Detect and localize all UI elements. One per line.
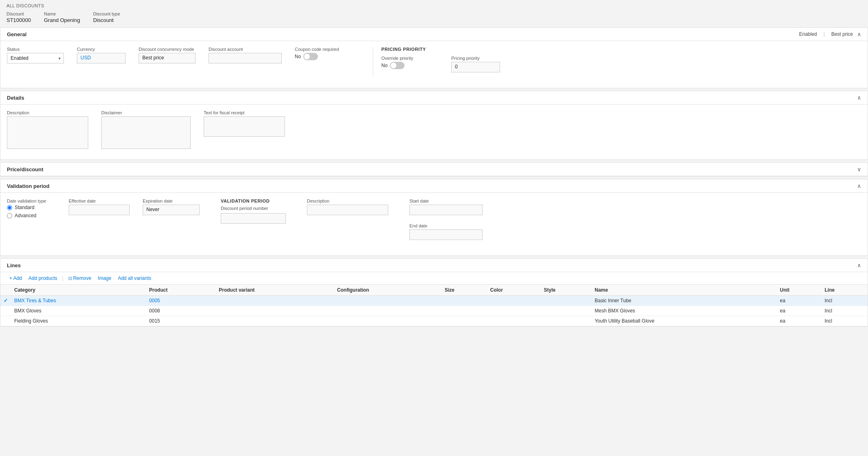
pricing-priority-number-value[interactable]: 0 <box>451 62 500 72</box>
general-best-price-badge: Best price <box>831 31 853 37</box>
details-collapse-icon[interactable]: ∧ <box>857 94 861 101</box>
radio-advanced-input[interactable] <box>7 213 12 218</box>
row-cell-product[interactable]: 0008 <box>146 306 215 316</box>
row-cell-size <box>442 296 487 306</box>
currency-group: Currency USD <box>77 47 126 63</box>
coupon-toggle-switch[interactable] <box>303 53 318 60</box>
lines-collapse-icon[interactable]: ∧ <box>857 262 861 268</box>
col-header-name: Name <box>592 285 777 296</box>
row-cell-line: Incl <box>821 316 868 326</box>
start-end-dates-group: Start date End date <box>409 199 483 245</box>
table-row[interactable]: BMX Gloves0008Mesh BMX GloveseaIncl <box>0 306 868 316</box>
col-header-size: Size <box>442 285 487 296</box>
price-discount-section-title: Price/discount <box>7 166 44 172</box>
row-cell-line: Incl <box>821 306 868 316</box>
details-section-header: Details ∧ <box>0 91 868 105</box>
page-wrapper: ALL DISCOUNTS Discount ST100000 Name Gra… <box>0 0 868 456</box>
row-cell-color <box>487 316 540 326</box>
remove-icon: ⊡ <box>68 276 72 281</box>
row-checkbox-cell[interactable] <box>0 316 11 326</box>
override-priority-group: Override priority No <box>381 56 430 69</box>
discount-field: Discount ST100000 <box>7 11 31 23</box>
remove-label: Remove <box>73 275 91 281</box>
row-cell-category[interactable]: Fielding Gloves <box>11 316 146 326</box>
start-date-label: Start date <box>409 199 483 203</box>
col-header-line: Line <box>821 285 868 296</box>
discount-period-number-value[interactable] <box>221 213 286 224</box>
start-date-group: Start date <box>409 199 483 215</box>
general-header-right: Enabled | Best price ∧ <box>799 31 861 37</box>
lines-toolbar: + Add Add products | ⊡ Remove Image Add … <box>0 272 868 285</box>
row-checkbox-cell[interactable] <box>0 306 11 316</box>
radio-advanced[interactable]: Advanced <box>7 213 56 218</box>
table-row[interactable]: Fielding Gloves0015Youth Utility Basebal… <box>0 316 868 326</box>
col-header-configuration: Configuration <box>334 285 442 296</box>
validation-period-block: VALIDATION PERIOD Discount period number <box>221 199 286 224</box>
row-cell-category[interactable]: BMX Tires & Tubes <box>11 296 146 306</box>
remove-button[interactable]: ⊡ Remove <box>66 275 94 282</box>
radio-standard[interactable]: Standard <box>7 205 56 210</box>
price-discount-collapse-icon[interactable]: ∨ <box>857 166 861 172</box>
general-fields-row: Status Enabled Disabled Currency USD Dis <box>7 47 861 82</box>
general-collapse-icon[interactable]: ∧ <box>857 31 861 37</box>
fiscal-receipt-textarea[interactable] <box>204 116 285 137</box>
discount-type-label: Discount type <box>93 11 120 16</box>
name-label: Name <box>44 11 80 16</box>
radio-standard-input[interactable] <box>7 205 12 210</box>
row-cell-name: Basic Inner Tube <box>592 296 777 306</box>
add-all-variants-button[interactable]: Add all variants <box>115 275 154 282</box>
header-divider: | <box>824 31 825 37</box>
details-section-title: Details <box>7 95 24 101</box>
effective-date-value[interactable] <box>69 205 130 215</box>
status-select-wrapper[interactable]: Enabled Disabled <box>7 53 64 63</box>
coupon-toggle[interactable]: No <box>295 53 344 60</box>
image-button[interactable]: Image <box>96 275 114 282</box>
end-date-group: End date <box>409 223 483 240</box>
row-cell-product[interactable]: 0005 <box>146 296 215 306</box>
row-checkbox-cell[interactable]: ✓ <box>0 296 11 306</box>
row-cell-name: Mesh BMX Gloves <box>592 306 777 316</box>
vp-description-group: Description <box>307 199 388 215</box>
row-cell-configuration <box>334 306 442 316</box>
start-date-value[interactable] <box>409 205 483 215</box>
vp-description-value[interactable] <box>307 205 388 215</box>
disclaimer-textarea[interactable] <box>101 116 191 149</box>
validation-period-collapse-icon[interactable]: ∧ <box>857 183 861 189</box>
pricing-priority-group: PRICING PRIORITY Override priority No Pr… <box>373 47 513 77</box>
override-toggle-switch[interactable] <box>390 62 405 69</box>
concurrency-value[interactable]: Best price <box>139 53 196 63</box>
price-discount-section: Price/discount ∨ <box>0 162 868 177</box>
end-date-value[interactable] <box>409 229 483 240</box>
override-priority-label: Override priority <box>381 56 430 61</box>
description-textarea[interactable] <box>7 116 88 149</box>
col-header-category: Category <box>11 285 146 296</box>
lines-section: Lines ∧ + Add Add products | ⊡ Remove Im… <box>0 258 868 327</box>
discount-account-label: Discount account <box>209 47 282 52</box>
radio-standard-label: Standard <box>15 205 35 210</box>
toolbar-separator-1: | <box>62 275 63 281</box>
col-header-color: Color <box>487 285 540 296</box>
disclaimer-label: Disclaimer <box>101 110 191 115</box>
row-cell-unit: ea <box>777 316 821 326</box>
row-cell-product[interactable]: 0015 <box>146 316 215 326</box>
validation-period-header: Validation period ∧ <box>0 179 868 193</box>
discount-account-value[interactable] <box>209 53 282 63</box>
add-button[interactable]: + Add <box>7 275 24 282</box>
currency-value[interactable]: USD <box>77 53 126 63</box>
row-cell-line: Incl <box>821 296 868 306</box>
override-toggle[interactable]: No <box>381 62 430 69</box>
lines-table-header: Category Product Product variant Configu… <box>0 285 868 296</box>
table-row[interactable]: ✓BMX Tires & Tubes0005Basic Inner Tubeea… <box>0 296 868 306</box>
date-validation-type-group: Date validation type Standard Advanced <box>7 199 56 218</box>
discount-label: Discount <box>7 11 31 16</box>
row-cell-size <box>442 306 487 316</box>
expiration-date-value[interactable]: Never <box>143 205 200 215</box>
end-date-label: End date <box>409 223 483 228</box>
general-section-header: General Enabled | Best price ∧ <box>0 28 868 41</box>
status-select[interactable]: Enabled Disabled <box>7 53 64 63</box>
discount-type-field: Discount type Discount <box>93 11 120 23</box>
row-cell-category[interactable]: BMX Gloves <box>11 306 146 316</box>
add-products-button[interactable]: Add products <box>26 275 60 282</box>
row-cell-name: Youth Utility Baseball Glove <box>592 316 777 326</box>
coupon-no-label: No <box>295 54 301 59</box>
